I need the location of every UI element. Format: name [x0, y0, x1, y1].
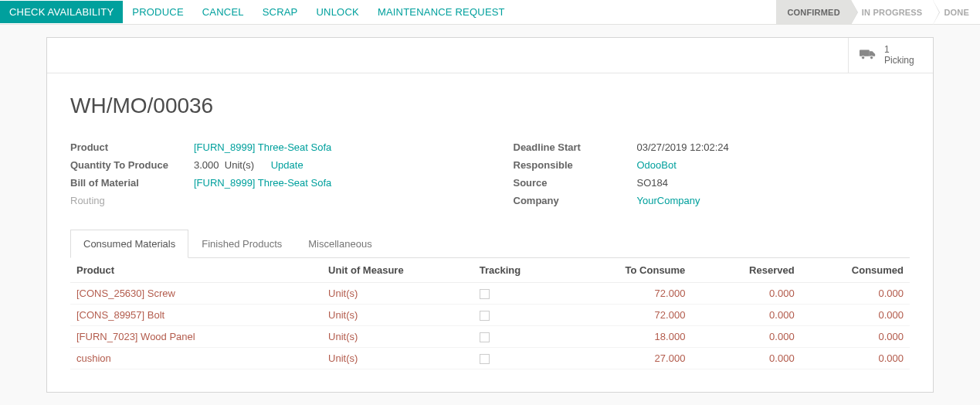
tab-miscellaneous[interactable]: Miscellaneous	[295, 230, 385, 258]
scrap-button[interactable]: SCRAP	[253, 1, 307, 23]
responsible-value[interactable]: OdooBot	[637, 159, 910, 171]
cell-consumed: 0.000	[801, 304, 910, 325]
cell-reserved: 0.000	[691, 347, 800, 369]
status-bar: CONFIRMED IN PROGRESS DONE	[776, 0, 980, 24]
deadline-row: Deadline Start 03/27/2019 12:02:24	[514, 138, 910, 156]
page-title: WH/MO/00036	[70, 94, 910, 118]
cell-tracking	[473, 304, 574, 325]
form-grid: Product [FURN_8999] Three-Seat Sofa Quan…	[70, 138, 910, 209]
col-consumed[interactable]: Consumed	[801, 258, 910, 283]
bom-label: Bill of Material	[70, 177, 194, 189]
status-in-progress[interactable]: IN PROGRESS	[851, 0, 934, 24]
left-column: Product [FURN_8999] Three-Seat Sofa Quan…	[70, 138, 467, 209]
bom-value[interactable]: [FURN_8999] Three-Seat Sofa	[194, 177, 467, 189]
tab-consumed-materials[interactable]: Consumed Materials	[70, 230, 188, 258]
cell-tracking	[473, 347, 574, 369]
cell-consumed: 0.000	[801, 282, 910, 304]
table-row[interactable]: [CONS_89957] BoltUnit(s)72.0000.0000.000	[70, 304, 910, 325]
cell-to-consume: 72.000	[574, 282, 691, 304]
col-to-consume[interactable]: To Consume	[574, 258, 691, 283]
tracking-checkbox[interactable]	[480, 311, 490, 321]
cell-uom: Unit(s)	[322, 304, 473, 325]
cell-product[interactable]: cushion	[70, 347, 322, 369]
status-confirmed[interactable]: CONFIRMED	[776, 0, 850, 24]
picking-count: 1	[884, 44, 914, 55]
picking-label: Picking	[884, 55, 914, 66]
produce-button[interactable]: PRODUCE	[123, 1, 192, 23]
cell-tracking	[473, 282, 574, 304]
cell-consumed: 0.000	[801, 325, 910, 347]
tracking-checkbox[interactable]	[480, 354, 490, 364]
cell-uom: Unit(s)	[322, 325, 473, 347]
product-row: Product [FURN_8999] Three-Seat Sofa	[70, 138, 467, 156]
unlock-button[interactable]: UNLOCK	[307, 1, 368, 23]
quantity-uom: Unit(s)	[225, 159, 254, 171]
source-value: SO184	[637, 177, 910, 189]
table-row[interactable]: cushionUnit(s)27.0000.0000.000	[70, 347, 910, 369]
cell-tracking	[473, 325, 574, 347]
form-sheet: 1 Picking WH/MO/00036 Product [FURN_8999…	[46, 37, 934, 393]
tabs: Consumed Materials Finished Products Mis…	[70, 230, 910, 258]
truck-icon	[860, 48, 877, 63]
stat-lines: 1 Picking	[884, 44, 914, 66]
stat-buttons: 1 Picking	[47, 38, 933, 73]
company-label: Company	[514, 195, 637, 206]
sheet-body: WH/MO/00036 Product [FURN_8999] Three-Se…	[47, 73, 933, 385]
cell-reserved: 0.000	[691, 304, 800, 325]
sheet-wrap: 1 Picking WH/MO/00036 Product [FURN_8999…	[0, 25, 980, 405]
cell-consumed: 0.000	[801, 347, 910, 369]
responsible-label: Responsible	[514, 159, 637, 171]
right-column: Deadline Start 03/27/2019 12:02:24 Respo…	[514, 138, 910, 209]
table-row[interactable]: [CONS_25630] ScrewUnit(s)72.0000.0000.00…	[70, 282, 910, 304]
deadline-label: Deadline Start	[514, 141, 637, 153]
cell-to-consume: 27.000	[574, 347, 691, 369]
product-value[interactable]: [FURN_8999] Three-Seat Sofa	[194, 141, 467, 153]
status-done[interactable]: DONE	[933, 0, 980, 24]
tracking-checkbox[interactable]	[480, 332, 490, 342]
tab-finished-products[interactable]: Finished Products	[188, 230, 295, 258]
action-buttons: CHECK AVAILABILITY PRODUCE CANCEL SCRAP …	[0, 0, 514, 24]
update-quantity-link[interactable]: Update	[271, 159, 303, 171]
source-label: Source	[514, 177, 637, 189]
quantity-value: 3.000	[194, 159, 219, 171]
check-availability-button[interactable]: CHECK AVAILABILITY	[0, 1, 123, 23]
col-reserved[interactable]: Reserved	[691, 258, 800, 283]
svg-point-2	[870, 56, 873, 59]
company-value[interactable]: YourCompany	[637, 195, 910, 206]
svg-rect-0	[860, 49, 870, 56]
table-row[interactable]: [FURN_7023] Wood PanelUnit(s)18.0000.000…	[70, 325, 910, 347]
header-bar: CHECK AVAILABILITY PRODUCE CANCEL SCRAP …	[0, 0, 980, 25]
routing-label: Routing	[70, 195, 194, 206]
cell-product[interactable]: [CONS_25630] Screw	[70, 282, 322, 304]
tracking-checkbox[interactable]	[480, 289, 490, 299]
cell-reserved: 0.000	[691, 325, 800, 347]
cell-product[interactable]: [FURN_7023] Wood Panel	[70, 325, 322, 347]
cell-to-consume: 18.000	[574, 325, 691, 347]
source-row: Source SO184	[514, 174, 910, 192]
cell-uom: Unit(s)	[322, 347, 473, 369]
deadline-value: 03/27/2019 12:02:24	[637, 141, 910, 153]
quantity-value-wrap: 3.000 Unit(s) Update	[194, 159, 467, 171]
quantity-row: Quantity To Produce 3.000 Unit(s) Update	[70, 156, 467, 174]
quantity-label: Quantity To Produce	[70, 159, 194, 171]
consumed-materials-table: Product Unit of Measure Tracking To Cons…	[70, 258, 910, 369]
picking-stat-button[interactable]: 1 Picking	[848, 38, 933, 73]
responsible-row: Responsible OdooBot	[514, 156, 910, 174]
maintenance-request-button[interactable]: MAINTENANCE REQUEST	[368, 1, 514, 23]
cell-reserved: 0.000	[691, 282, 800, 304]
table-header-row: Product Unit of Measure Tracking To Cons…	[70, 258, 910, 283]
product-label: Product	[70, 141, 194, 153]
bom-row: Bill of Material [FURN_8999] Three-Seat …	[70, 174, 467, 192]
cell-product[interactable]: [CONS_89957] Bolt	[70, 304, 322, 325]
cell-to-consume: 72.000	[574, 304, 691, 325]
cancel-button[interactable]: CANCEL	[193, 1, 253, 23]
col-product[interactable]: Product	[70, 258, 322, 283]
col-tracking[interactable]: Tracking	[473, 258, 574, 283]
routing-row: Routing	[70, 192, 467, 209]
svg-point-1	[861, 56, 864, 59]
company-row: Company YourCompany	[514, 192, 910, 209]
col-uom[interactable]: Unit of Measure	[322, 258, 473, 283]
cell-uom: Unit(s)	[322, 282, 473, 304]
